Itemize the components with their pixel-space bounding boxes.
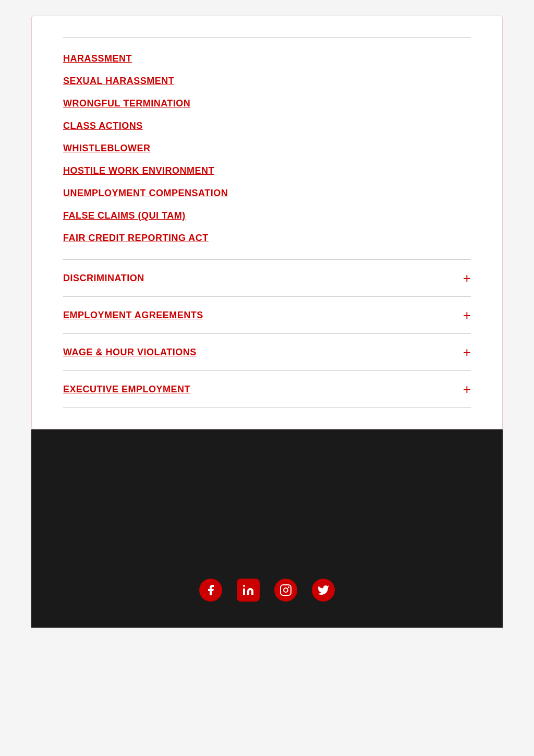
- list-item: FALSE CLAIMS (QUI TAM): [63, 210, 471, 221]
- unemployment-compensation-link[interactable]: UNEMPLOYMENT COMPENSATION: [63, 188, 228, 198]
- harassment-link[interactable]: HARASSMENT: [63, 53, 132, 64]
- list-item: UNEMPLOYMENT COMPENSATION: [63, 188, 471, 199]
- wage-hour-expand-icon[interactable]: +: [463, 345, 471, 359]
- discrimination-expand-icon[interactable]: +: [463, 271, 471, 285]
- accordion-section: DISCRIMINATION + EMPLOYMENT AGREEMENTS +…: [63, 259, 471, 408]
- top-divider: [63, 37, 471, 38]
- wrongful-termination-link[interactable]: WRONGFUL TERMINATION: [63, 98, 190, 109]
- accordion-item-discrimination: DISCRIMINATION +: [63, 259, 471, 296]
- accordion-item-employment-agreements: EMPLOYMENT AGREEMENTS +: [63, 296, 471, 333]
- fair-credit-reporting-link[interactable]: FAIR CREDIT REPORTING ACT: [63, 233, 209, 243]
- list-item: WHISTLEBLOWER: [63, 143, 471, 154]
- hostile-work-environment-link[interactable]: HOSTILE WORK ENVIRONMENT: [63, 165, 214, 176]
- class-actions-link[interactable]: CLASS ACTIONS: [63, 121, 143, 131]
- executive-employment-link[interactable]: EXECUTIVE EMPLOYMENT: [63, 384, 190, 395]
- list-item: SEXUAL HARASSMENT: [63, 76, 471, 87]
- social-icons-container: [199, 579, 335, 602]
- facebook-icon[interactable]: [199, 579, 222, 602]
- employment-agreements-link[interactable]: EMPLOYMENT AGREEMENTS: [63, 310, 203, 321]
- navigation-list: HARASSMENT SEXUAL HARASSMENT WRONGFUL TE…: [63, 53, 471, 244]
- twitter-icon[interactable]: [312, 579, 335, 602]
- svg-point-0: [243, 585, 245, 587]
- whistleblower-link[interactable]: WHISTLEBLOWER: [63, 143, 150, 153]
- linkedin-icon[interactable]: [237, 579, 260, 602]
- footer: [31, 429, 503, 628]
- list-item: HOSTILE WORK ENVIRONMENT: [63, 165, 471, 176]
- list-item: FAIR CREDIT REPORTING ACT: [63, 233, 471, 244]
- executive-employment-expand-icon[interactable]: +: [463, 382, 471, 396]
- accordion-item-executive-employment: EXECUTIVE EMPLOYMENT +: [63, 370, 471, 408]
- list-item: HARASSMENT: [63, 53, 471, 64]
- false-claims-link[interactable]: FALSE CLAIMS (QUI TAM): [63, 210, 186, 221]
- svg-point-3: [288, 586, 289, 588]
- svg-point-2: [284, 588, 288, 592]
- list-item: CLASS ACTIONS: [63, 121, 471, 131]
- employment-agreements-expand-icon[interactable]: +: [463, 308, 471, 322]
- wage-hour-link[interactable]: WAGE & HOUR VIOLATIONS: [63, 347, 197, 358]
- main-card: HARASSMENT SEXUAL HARASSMENT WRONGFUL TE…: [31, 16, 503, 429]
- discrimination-link[interactable]: DISCRIMINATION: [63, 273, 144, 284]
- list-item: WRONGFUL TERMINATION: [63, 98, 471, 109]
- instagram-icon[interactable]: [274, 579, 297, 602]
- sexual-harassment-link[interactable]: SEXUAL HARASSMENT: [63, 76, 174, 86]
- accordion-item-wage-hour: WAGE & HOUR VIOLATIONS +: [63, 333, 471, 370]
- svg-rect-1: [281, 585, 291, 595]
